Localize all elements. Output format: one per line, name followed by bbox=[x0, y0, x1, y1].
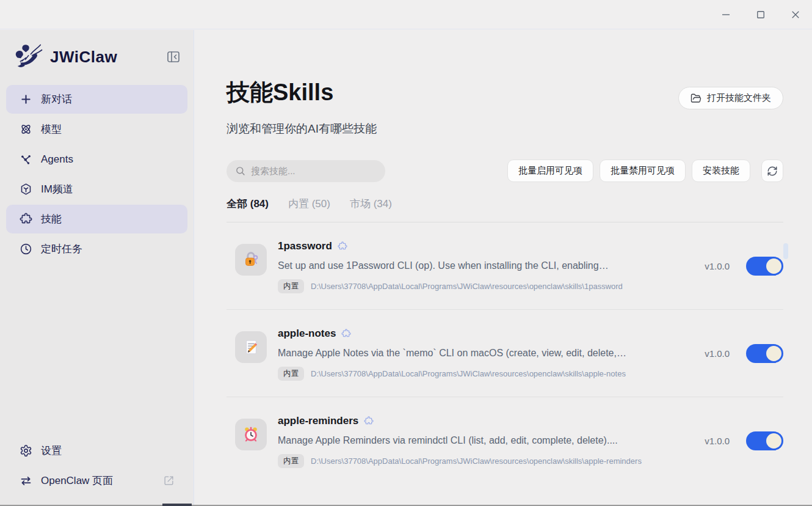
sidebar-item-label: 技能 bbox=[41, 212, 62, 226]
sidebar-spacer bbox=[6, 265, 187, 436]
skill-path: D:\Users\37708\AppData\Local\Programs\JW… bbox=[311, 369, 626, 378]
skill-path: D:\Users\37708\AppData\Local\Programs\JW… bbox=[311, 282, 623, 291]
sidebar-item-scheduled-tasks[interactable]: 定时任务 bbox=[6, 235, 187, 263]
refresh-icon bbox=[767, 166, 778, 177]
sidebar-item-agents[interactable]: Agents bbox=[6, 145, 187, 174]
skill-row-apple-reminders: apple-reminders Manage Apple Reminders v… bbox=[227, 397, 783, 484]
sidebar-item-label: Agents bbox=[41, 153, 73, 166]
clock-icon bbox=[20, 243, 32, 255]
page-subtitle: 浏览和管理你的AI有哪些技能 bbox=[227, 121, 783, 137]
folder-open-icon bbox=[691, 93, 701, 104]
skill-name: apple-notes bbox=[278, 328, 336, 340]
tab-builtin[interactable]: 内置 (50) bbox=[288, 197, 330, 211]
search-icon bbox=[235, 166, 245, 176]
lobster-logo bbox=[13, 42, 43, 72]
puzzle-badge-icon bbox=[364, 416, 374, 426]
puzzle-badge-icon bbox=[338, 241, 347, 251]
bulk-enable-button[interactable]: 批量启用可见项 bbox=[507, 160, 593, 182]
toggle-knob bbox=[766, 258, 781, 274]
open-folder-label: 打开技能文件夹 bbox=[707, 92, 771, 104]
sidebar-item-openclaw-page[interactable]: OpenClaw 页面 bbox=[6, 466, 187, 495]
memo-emoji-icon bbox=[235, 331, 267, 363]
skill-version: v1.0.0 bbox=[705, 436, 730, 446]
builtin-badge: 内置 bbox=[278, 367, 304, 381]
skill-enabled-toggle[interactable] bbox=[746, 257, 783, 276]
sidebar-item-models[interactable]: 模型 bbox=[6, 115, 187, 144]
window-titlebar bbox=[0, 0, 812, 29]
skill-tabs: 全部 (84) 内置 (50) 市场 (34) bbox=[227, 197, 783, 211]
open-skills-folder-button[interactable]: 打开技能文件夹 bbox=[678, 87, 783, 109]
swap-arrows-icon bbox=[20, 474, 32, 487]
sidebar-item-label: IM频道 bbox=[41, 182, 73, 196]
sidebar-item-label: 设置 bbox=[41, 444, 62, 458]
refresh-button[interactable] bbox=[761, 160, 783, 182]
search-box[interactable] bbox=[227, 160, 385, 182]
background-window-fragment bbox=[162, 504, 192, 506]
bulk-disable-button[interactable]: 批量禁用可见项 bbox=[600, 160, 686, 182]
toggle-knob bbox=[766, 346, 781, 361]
skill-description: Set up and use 1Password CLI (op). Use w… bbox=[278, 260, 669, 271]
close-icon[interactable] bbox=[789, 9, 802, 21]
skill-version: v1.0.0 bbox=[705, 261, 730, 271]
plus-icon bbox=[20, 93, 32, 106]
skill-name: 1password bbox=[278, 240, 332, 252]
sidebar-item-im-channels[interactable]: IM频道 bbox=[6, 175, 187, 204]
panel-collapse-icon[interactable] bbox=[165, 49, 181, 65]
tab-market[interactable]: 市场 (34) bbox=[350, 197, 392, 211]
gear-icon bbox=[20, 444, 32, 457]
tab-all[interactable]: 全部 (84) bbox=[227, 197, 269, 211]
skill-description: Manage Apple Reminders via remindctl CLI… bbox=[278, 435, 669, 446]
main-content: 技能Skills 打开技能文件夹 浏览和管理你的AI有哪些技能 批量启用可见项 … bbox=[195, 30, 812, 506]
skill-path: D:\Users\37708\AppData\Local\Programs\JW… bbox=[311, 457, 642, 466]
skill-name: apple-reminders bbox=[278, 415, 358, 427]
builtin-badge: 内置 bbox=[278, 279, 304, 293]
app-title: JWiClaw bbox=[50, 48, 117, 67]
sidebar-item-skills[interactable]: 技能 bbox=[6, 205, 187, 233]
agents-network-icon bbox=[20, 153, 32, 166]
puzzle-badge-icon bbox=[341, 329, 351, 339]
sidebar-item-label: 定时任务 bbox=[41, 242, 82, 256]
sidebar-item-new-chat[interactable]: 新对话 bbox=[6, 85, 187, 114]
search-input[interactable] bbox=[251, 166, 377, 176]
sidebar-item-label: 新对话 bbox=[41, 92, 72, 106]
page-title: 技能Skills bbox=[227, 79, 333, 107]
builtin-badge: 内置 bbox=[278, 454, 304, 468]
brand: JWiClaw bbox=[6, 38, 187, 75]
sidebar-item-label: 模型 bbox=[41, 122, 62, 136]
channel-box-icon bbox=[20, 183, 32, 196]
skill-description: Manage Apple Notes via the `memo` CLI on… bbox=[278, 348, 669, 359]
sidebar-item-label: OpenClaw 页面 bbox=[41, 474, 113, 488]
install-skill-button[interactable]: 安装技能 bbox=[692, 160, 750, 182]
maximize-icon[interactable] bbox=[755, 9, 767, 21]
skill-row-1password: 1password Set up and use 1Password CLI (… bbox=[227, 222, 783, 310]
puzzle-icon bbox=[20, 213, 32, 226]
external-link-icon bbox=[164, 475, 174, 486]
scrollbar-thumb[interactable] bbox=[783, 243, 788, 259]
atom-icon bbox=[20, 123, 32, 136]
minimize-icon[interactable] bbox=[720, 9, 732, 21]
lock-emoji-icon bbox=[235, 244, 267, 276]
skill-row-apple-notes: apple-notes Manage Apple Notes via the `… bbox=[227, 310, 783, 397]
skill-enabled-toggle[interactable] bbox=[746, 431, 783, 450]
toggle-knob bbox=[766, 433, 781, 449]
skill-version: v1.0.0 bbox=[705, 348, 730, 359]
sidebar-item-settings[interactable]: 设置 bbox=[6, 436, 187, 465]
skill-enabled-toggle[interactable] bbox=[746, 344, 783, 363]
sidebar: JWiClaw 新对话 模型 Agents IM频道 bbox=[0, 30, 194, 505]
alarm-emoji-icon bbox=[235, 419, 267, 450]
